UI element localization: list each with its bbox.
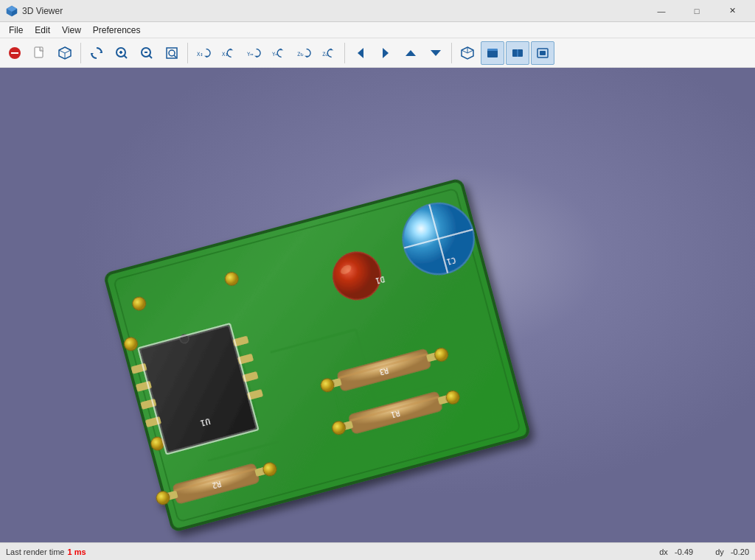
- menu-edit[interactable]: Edit: [29, 22, 56, 38]
- svg-line-41: [467, 50, 473, 53]
- view-top-icon: [485, 46, 500, 60]
- rotate-z-cw-icon: Z↻: [296, 46, 311, 60]
- toolbar-separator-3: [344, 43, 345, 63]
- app-window: 3D Viewer — □ ✕ File Edit View Preferenc…: [0, 0, 755, 560]
- zoom-fit-icon: [164, 46, 179, 60]
- svg-point-20: [169, 50, 175, 56]
- refresh-icon: [89, 46, 104, 60]
- new-button[interactable]: [28, 41, 52, 65]
- render-label: Last render time: [6, 547, 64, 556]
- menu-bar: File Edit View Preferences: [0, 22, 755, 38]
- svg-text:Z↻: Z↻: [297, 50, 304, 57]
- svg-rect-47: [540, 51, 546, 55]
- new-icon: [32, 46, 47, 60]
- menu-file[interactable]: File: [3, 22, 29, 38]
- render-time: 1 ms: [67, 547, 86, 556]
- pan-down-icon: [428, 46, 443, 60]
- svg-rect-42: [487, 50, 498, 57]
- svg-line-15: [124, 55, 127, 58]
- dx-display: dx -0.49: [659, 547, 693, 556]
- status-right: dx -0.49 dy -0.20: [659, 547, 749, 556]
- view3d-button[interactable]: [53, 41, 77, 65]
- refresh-button[interactable]: [85, 41, 108, 65]
- app-icon: [6, 5, 18, 17]
- svg-marker-36: [406, 50, 416, 56]
- pan-left-button[interactable]: [349, 41, 372, 65]
- view-front-icon: [510, 46, 525, 60]
- rotate-x-ccw-icon: X↕: [221, 46, 236, 60]
- dx-value: -0.49: [675, 547, 693, 556]
- menu-preferences[interactable]: Preferences: [87, 22, 147, 38]
- rotate-y-ccw-icon: Y↔: [271, 46, 286, 60]
- toolbar: X↕ X↕ Y↔ Y↔: [0, 38, 755, 68]
- svg-text:Y↔: Y↔: [247, 50, 254, 57]
- svg-rect-6: [35, 47, 43, 57]
- rotate-x-cw-button[interactable]: X↕: [192, 41, 215, 65]
- svg-line-40: [462, 50, 467, 53]
- view-right-button[interactable]: [531, 41, 554, 65]
- window-controls: — □ ✕: [644, 0, 749, 22]
- view-top-button[interactable]: [481, 41, 504, 65]
- rotate-y-cw-icon: Y↔: [246, 46, 261, 60]
- svg-marker-8: [59, 47, 71, 53]
- svg-marker-35: [383, 48, 389, 58]
- view-isometric-button[interactable]: [456, 41, 479, 65]
- pan-up-button[interactable]: [399, 41, 422, 65]
- title-bar: 3D Viewer — □ ✕: [0, 0, 755, 22]
- view-front-button[interactable]: [506, 41, 529, 65]
- zoom-in-button[interactable]: [110, 41, 133, 65]
- rotate-z-cw-button[interactable]: Z↻: [292, 41, 316, 65]
- svg-marker-34: [358, 48, 363, 58]
- view-isometric-icon: [460, 46, 475, 60]
- pan-right-icon: [378, 46, 393, 60]
- title-bar-left: 3D Viewer: [6, 5, 63, 17]
- zoom-in-icon: [114, 46, 129, 60]
- zoom-out-button[interactable]: [135, 41, 159, 65]
- zoom-fit-button[interactable]: [160, 41, 184, 65]
- open-button[interactable]: [3, 41, 27, 65]
- menu-view[interactable]: View: [56, 22, 87, 38]
- viewport[interactable]: U1 D1 C1 R3: [0, 68, 755, 542]
- svg-line-21: [174, 55, 176, 57]
- rotate-x-cw-icon: X↕: [196, 46, 211, 60]
- pan-left-icon: [353, 46, 368, 60]
- dy-value: -0.20: [731, 547, 749, 556]
- status-bar: Last render time 1 ms dx -0.49 dy -0.20: [0, 542, 755, 560]
- pan-down-button[interactable]: [424, 41, 448, 65]
- pan-up-icon: [403, 46, 418, 60]
- svg-rect-5: [11, 52, 18, 54]
- open-icon: [7, 46, 22, 60]
- rotate-z-ccw-icon: Z↺: [321, 46, 336, 60]
- rotate-y-ccw-button[interactable]: Y↔: [267, 41, 290, 65]
- view-right-icon: [535, 46, 550, 60]
- status-left: Last render time 1 ms: [6, 547, 86, 556]
- rotate-x-ccw-button[interactable]: X↕: [217, 41, 240, 65]
- dy-label: dy: [715, 547, 724, 556]
- toolbar-separator-1: [80, 43, 81, 63]
- minimize-button[interactable]: —: [644, 0, 678, 22]
- svg-line-18: [149, 55, 152, 58]
- dx-label: dx: [659, 547, 668, 556]
- svg-rect-43: [487, 49, 498, 51]
- rotate-y-cw-button[interactable]: Y↔: [242, 41, 265, 65]
- window-title: 3D Viewer: [22, 6, 63, 16]
- rotate-z-ccw-button[interactable]: Z↺: [317, 41, 341, 65]
- maximize-button[interactable]: □: [680, 0, 714, 22]
- toolbar-separator-2: [187, 43, 188, 63]
- zoom-out-icon: [139, 46, 154, 60]
- pcb-scene: U1 D1 C1 R3: [0, 68, 755, 542]
- view3d-icon: [58, 46, 72, 60]
- dy-display: dy -0.20: [715, 547, 749, 556]
- svg-marker-37: [431, 50, 441, 56]
- svg-text:X↕: X↕: [197, 50, 203, 57]
- pan-right-button[interactable]: [374, 41, 397, 65]
- toolbar-separator-4: [451, 43, 452, 63]
- close-button[interactable]: ✕: [715, 0, 749, 22]
